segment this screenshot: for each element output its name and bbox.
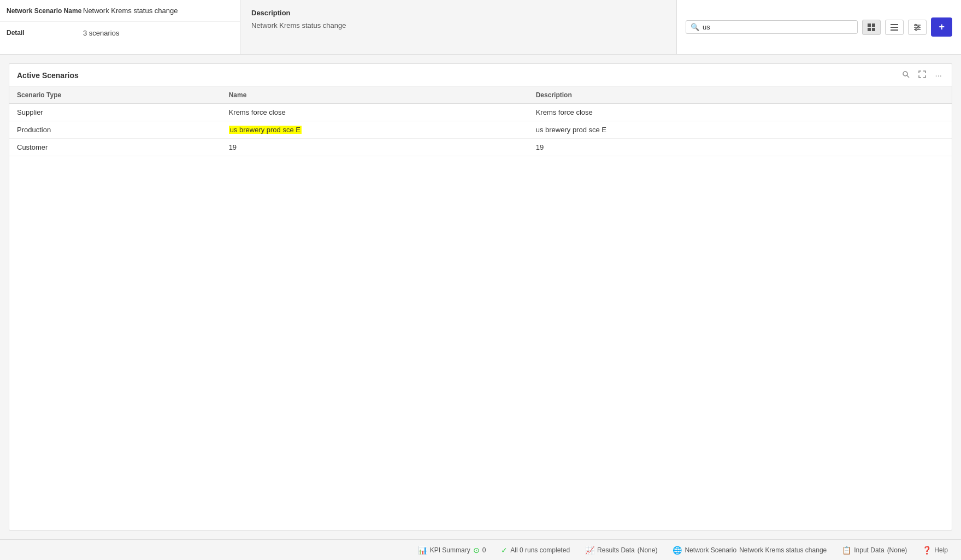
input-data-icon: 📋 [842,546,851,555]
runs-completed-label: All 0 runs completed [510,546,570,554]
detail-row: Detail 3 scenarios [0,22,240,44]
cell-type: Supplier [9,104,221,121]
svg-point-10 [915,24,917,26]
active-scenarios-panel: Active Scenarios ··· Scenario Type Name … [9,63,952,530]
table-row[interactable]: Customer 19 19 [9,139,952,156]
description-panel: Description Network Krems status change [240,0,677,54]
table-header: Scenario Type Name Description [9,87,952,104]
svg-rect-4 [891,24,898,25]
search-icon: 🔍 [691,23,699,31]
grid-view-button[interactable] [862,20,881,35]
kpi-summary-item[interactable]: 📊 KPI Summary ⊙ 0 [418,546,486,555]
svg-line-14 [907,75,909,78]
svg-point-11 [918,26,919,28]
panel-header: Active Scenarios ··· [9,64,952,87]
help-item[interactable]: ❓ Help [922,546,948,555]
add-button[interactable]: + [931,17,952,37]
table-body: Supplier Krems force close Krems force c… [9,104,952,156]
table-row[interactable]: Production us brewery prod sce E us brew… [9,121,952,139]
panel-more-button[interactable]: ··· [933,69,944,81]
help-label: Help [934,546,948,554]
col-header-description: Description [528,87,952,104]
cell-type: Customer [9,139,221,156]
runs-completed-item: ✓ All 0 runs completed [501,546,570,555]
runs-icon: ✓ [501,546,508,555]
cell-description: us brewery prod sce E [528,121,952,139]
results-data-value: (None) [638,546,658,554]
status-bar: 📊 KPI Summary ⊙ 0 ✓ All 0 runs completed… [0,539,961,560]
network-scenario-name-value: Network Krems status change [83,7,178,15]
panel-title: Active Scenarios [17,71,79,80]
cell-name: us brewery prod sce E [221,121,528,139]
panel-search-button[interactable] [900,69,912,81]
network-scenario-icon: 🌐 [673,546,682,555]
kpi-summary-label: KPI Summary [430,546,470,554]
input-data-label: Input Data [854,546,884,554]
table-header-row: Scenario Type Name Description [9,87,952,104]
svg-rect-3 [872,28,875,31]
input-data-value: (None) [887,546,907,554]
network-scenario-label: Network Scenario [685,546,736,554]
highlighted-cell: us brewery prod sce E [229,126,302,134]
results-data-icon: 📈 [585,546,594,555]
network-scenario-name-row: Network Scenario Name Network Krems stat… [0,0,240,22]
input-data-item[interactable]: 📋 Input Data (None) [842,546,907,555]
network-scenario-value: Network Krems status change [739,546,827,554]
panel-expand-button[interactable] [916,69,928,81]
settings-button[interactable] [908,20,927,35]
network-scenario-item[interactable]: 🌐 Network Scenario Network Krems status … [673,546,827,555]
detail-label: Detail [7,29,83,37]
kpi-summary-icon: 📊 [418,546,427,555]
kpi-value: 0 [482,546,486,554]
cell-name: 19 [221,139,528,156]
search-box[interactable]: 🔍 [686,20,858,34]
list-view-button[interactable] [885,20,904,35]
cell-description: Krems force close [528,104,952,121]
scenario-table: Scenario Type Name Description Supplier … [9,87,952,156]
results-data-label: Results Data [597,546,635,554]
svg-point-12 [916,28,917,30]
svg-rect-0 [868,23,871,27]
svg-point-13 [903,72,907,76]
detail-value: 3 scenarios [83,29,119,37]
help-icon: ❓ [922,546,931,555]
svg-rect-6 [891,30,898,31]
table-row[interactable]: Supplier Krems force close Krems force c… [9,104,952,121]
main-content: Active Scenarios ··· Scenario Type Name … [0,55,961,539]
col-header-type: Scenario Type [9,87,221,104]
cell-name: Krems force close [221,104,528,121]
network-scenario-name-label: Network Scenario Name [7,7,83,15]
svg-rect-1 [872,23,875,27]
right-toolbar: 🔍 + [677,0,961,54]
results-data-item[interactable]: 📈 Results Data (None) [585,546,657,555]
col-header-name: Name [221,87,528,104]
top-section: Network Scenario Name Network Krems stat… [0,0,961,55]
kpi-value-icon: ⊙ [473,546,480,555]
cell-type: Production [9,121,221,139]
description-text: Network Krems status change [251,21,665,30]
left-info-panel: Network Scenario Name Network Krems stat… [0,0,240,54]
description-title: Description [251,9,665,17]
panel-actions: ··· [900,69,944,81]
search-input[interactable] [703,23,853,31]
cell-description: 19 [528,139,952,156]
svg-rect-5 [891,27,898,28]
svg-rect-2 [868,28,871,31]
